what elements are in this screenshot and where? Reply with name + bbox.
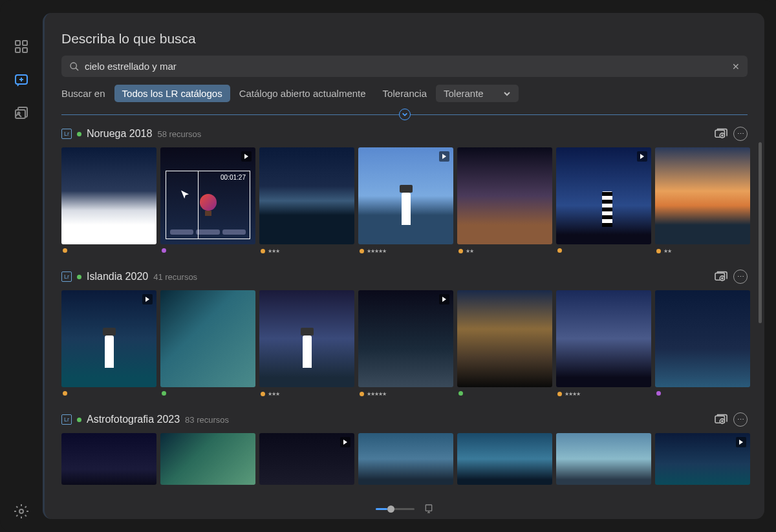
search-bar[interactable]: ✕: [61, 56, 748, 77]
thumbnail-image[interactable]: [358, 433, 453, 485]
thumbnail[interactable]: [655, 290, 750, 397]
timecode: 00:01:27: [166, 171, 250, 184]
thumbnail-image[interactable]: [457, 433, 552, 485]
thumbnail-image[interactable]: [61, 290, 156, 387]
thumbnail[interactable]: ★★★★★: [358, 147, 453, 254]
thumbnail[interactable]: ★★★★: [556, 290, 651, 397]
thumbnail[interactable]: [457, 290, 552, 397]
collection-icon[interactable]: [714, 270, 728, 281]
svg-point-9: [19, 509, 23, 513]
thumbnail[interactable]: [556, 147, 651, 254]
group-header: Lr Islandia 2020 41 recursos ⋯: [61, 270, 748, 284]
thumbnail-image[interactable]: [457, 290, 552, 387]
group-title: Astrofotografia 2023: [87, 414, 180, 425]
cursor-icon: [179, 189, 191, 201]
thumbnail-image[interactable]: [358, 147, 453, 244]
color-label-dot: [162, 248, 166, 253]
thumbnail-meta: [160, 387, 255, 396]
more-options-button[interactable]: ⋯: [733, 270, 748, 284]
thumbnail-image[interactable]: [61, 433, 156, 485]
thumbnail[interactable]: [655, 433, 750, 485]
play-icon: [340, 437, 350, 447]
lr-badge: Lr: [61, 414, 72, 425]
group-count: 41 recursos: [153, 272, 197, 282]
thumbnail-meta: [655, 387, 750, 396]
thumb-row: ★★★ ★★★★★ ★★★★: [61, 290, 748, 397]
play-icon: [142, 294, 153, 304]
thumbnail[interactable]: ★★★: [259, 147, 354, 254]
gear-icon[interactable]: [14, 504, 29, 519]
thumbnail-meta: ★★★★: [556, 387, 651, 397]
search-input[interactable]: [85, 61, 727, 72]
divider-handle[interactable]: [399, 109, 411, 120]
thumbnail[interactable]: ★★★★★: [358, 290, 453, 397]
grid-icon[interactable]: [14, 39, 29, 54]
sidebar: [0, 13, 43, 519]
more-options-button[interactable]: ⋯: [733, 412, 748, 427]
thumbnail-meta: [457, 387, 552, 396]
thumbnail-image[interactable]: [61, 147, 156, 244]
video-scrub-overlay[interactable]: 00:01:27: [166, 171, 250, 239]
chat-add-icon[interactable]: [14, 72, 29, 88]
chevron-down-icon: [503, 90, 511, 98]
thumbnail-image[interactable]: [655, 433, 750, 485]
scrollbar[interactable]: [759, 142, 762, 323]
clear-search-icon[interactable]: ✕: [732, 61, 740, 72]
thumbnail[interactable]: [61, 147, 156, 254]
thumbnail-image[interactable]: [655, 147, 750, 244]
thumbnail[interactable]: [160, 433, 255, 485]
more-options-button[interactable]: ⋯: [733, 127, 748, 141]
play-icon: [736, 437, 746, 447]
thumbnail-image[interactable]: [457, 147, 552, 244]
tolerance-label: Tolerancia: [383, 88, 427, 99]
scope-pills: Todos los LR catálogos Catálogo abierto …: [114, 85, 374, 102]
thumbnail-image[interactable]: [259, 290, 354, 387]
play-icon: [439, 151, 449, 162]
thumbnail-image[interactable]: [160, 290, 255, 387]
thumbnail-image[interactable]: [259, 433, 354, 485]
thumbnail[interactable]: ★★: [457, 147, 552, 254]
pill-all-catalogs[interactable]: Todos los LR catálogos: [114, 85, 230, 102]
color-label-dot: [458, 391, 463, 396]
pill-open-catalog[interactable]: Catálogo abierto actualmente: [232, 85, 374, 102]
images-icon[interactable]: [14, 106, 29, 122]
thumbnail-image[interactable]: [655, 290, 750, 387]
play-icon: [439, 294, 449, 304]
thumbnail[interactable]: [160, 290, 255, 397]
color-label-dot: [360, 392, 364, 396]
lr-badge: Lr: [61, 271, 72, 282]
svg-line-11: [76, 68, 78, 70]
thumbnail[interactable]: [259, 433, 354, 485]
thumbnail-meta: ★★★: [259, 387, 354, 397]
color-label-dot: [557, 392, 562, 396]
group-title: Islandia 2020: [87, 271, 148, 282]
thumbnail[interactable]: ★★: [655, 147, 750, 254]
thumbnail-image[interactable]: [556, 290, 651, 387]
thumbnail[interactable]: ★★★: [259, 290, 354, 397]
thumbnail[interactable]: [61, 433, 156, 485]
thumbnail-image[interactable]: [556, 433, 651, 485]
thumbnail[interactable]: [61, 290, 156, 397]
rating-stars: ★★★: [268, 248, 279, 254]
thumbnail-size-slider[interactable]: [376, 504, 434, 514]
play-icon: [637, 151, 647, 162]
color-label-dot: [458, 249, 463, 253]
thumb-row: [61, 433, 748, 485]
rating-stars: ★★★★★: [367, 391, 386, 397]
collection-icon[interactable]: [714, 127, 728, 138]
status-dot: [77, 275, 81, 279]
thumbnail[interactable]: [358, 433, 453, 485]
thumbnail-image[interactable]: 00:01:27: [160, 147, 255, 244]
group-count: 58 recursos: [157, 129, 201, 139]
tolerance-select[interactable]: Tolerante: [436, 85, 519, 102]
thumbnail[interactable]: 00:01:27: [160, 147, 255, 254]
thumbnail[interactable]: [457, 433, 552, 485]
page-title: Describa lo que busca: [61, 31, 748, 47]
thumbnail[interactable]: [556, 433, 651, 485]
thumbnail-image[interactable]: [556, 147, 651, 244]
svg-rect-24: [426, 505, 431, 511]
thumbnail-image[interactable]: [259, 147, 354, 244]
thumbnail-image[interactable]: [160, 433, 255, 485]
collection-icon[interactable]: [714, 412, 728, 424]
thumbnail-image[interactable]: [358, 290, 453, 387]
